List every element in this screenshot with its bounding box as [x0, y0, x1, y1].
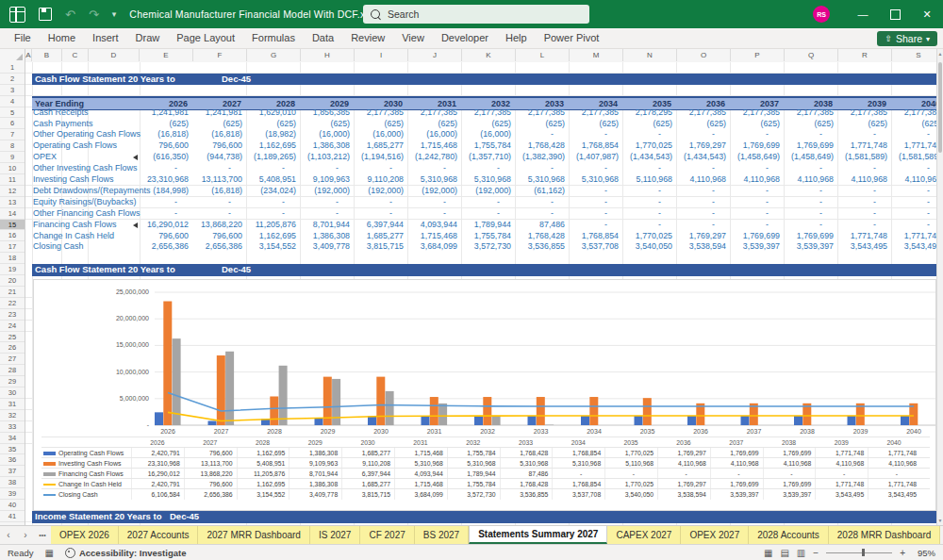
cell[interactable]: 1,685,277: [355, 231, 408, 242]
cell[interactable]: 2,177,385: [838, 107, 892, 119]
cell[interactable]: -: [838, 186, 892, 197]
cell[interactable]: 5,310,968: [462, 174, 516, 186]
cell[interactable]: (184,998): [140, 186, 193, 197]
column-letter-D[interactable]: D: [89, 49, 140, 61]
column-letter-F[interactable]: F: [193, 49, 247, 61]
column-letter-O[interactable]: O: [677, 49, 731, 61]
cell[interactable]: 8,701,944: [301, 220, 355, 231]
cell[interactable]: 3,538,594: [677, 241, 731, 253]
cell[interactable]: 3,539,397: [731, 241, 785, 253]
cell[interactable]: 23,310,968: [140, 174, 193, 186]
cell[interactable]: -: [570, 129, 623, 140]
cell[interactable]: (192,000): [355, 186, 408, 197]
cell[interactable]: -: [516, 163, 570, 174]
excel-app-icon[interactable]: [9, 7, 25, 23]
cell[interactable]: -: [785, 208, 838, 220]
scroll-up-icon[interactable]: ▲: [937, 51, 943, 57]
column-letter-J[interactable]: J: [408, 49, 462, 61]
column-letter-M[interactable]: M: [570, 49, 623, 61]
cell[interactable]: -: [570, 163, 623, 174]
row-number-10[interactable]: 10: [0, 163, 25, 174]
normal-view-icon[interactable]: ▦: [764, 548, 772, 558]
cell[interactable]: 1,162,695: [247, 140, 301, 152]
cell[interactable]: 1,241,981: [140, 107, 193, 119]
sheet-tab-bs-2027[interactable]: BS 2027: [415, 526, 469, 544]
cell[interactable]: (16,818): [140, 129, 193, 140]
cell[interactable]: 6,397,944: [355, 220, 408, 231]
cell[interactable]: 1,755,784: [462, 231, 516, 242]
cell[interactable]: -: [408, 208, 462, 220]
cell[interactable]: -: [462, 208, 516, 220]
cell[interactable]: 1,771,748: [838, 231, 892, 242]
cell[interactable]: -: [731, 186, 785, 197]
table-row[interactable]: Debt Drawdowns/(Repayments(184,998)(16,8…: [25, 186, 936, 197]
cell[interactable]: 87,486: [516, 220, 570, 231]
cell[interactable]: -: [677, 197, 731, 208]
ribbon-tab-formulas[interactable]: Formulas: [243, 28, 304, 48]
row-number-41[interactable]: 41: [0, 511, 25, 522]
cell[interactable]: (625): [785, 119, 838, 130]
row-number-11[interactable]: 11: [0, 174, 25, 186]
table-row[interactable]: Equity Raisings/(Buybacks)--------------…: [25, 197, 936, 208]
ribbon-tab-insert[interactable]: Insert: [84, 28, 127, 48]
table-row[interactable]: Investing Cash Flows23,310,96813,113,700…: [25, 174, 936, 186]
close-button[interactable]: ✕: [911, 0, 943, 28]
cashflow-chart[interactable]: 25,000,00020,000,00015,000,00010,000,000…: [33, 279, 936, 511]
column-letter-C[interactable]: C: [62, 49, 89, 61]
cell[interactable]: -: [892, 208, 936, 220]
row-number-38[interactable]: 38: [0, 477, 25, 488]
row-number-9[interactable]: 9: [0, 152, 25, 163]
cell[interactable]: 3,539,397: [785, 241, 838, 253]
ribbon-tab-data[interactable]: Data: [304, 28, 342, 48]
sheet-tab-cf-2027[interactable]: CF 2027: [360, 526, 414, 544]
section-header-income[interactable]: Income Statement 20 Years to Dec-45: [32, 511, 936, 523]
row-number-37[interactable]: 37: [0, 466, 25, 477]
sheet-tab-2028-mrr-dashboard[interactable]: 2028 MRR Dashboard: [829, 526, 941, 544]
cell[interactable]: 4,110,968: [731, 174, 785, 186]
cell[interactable]: 1,715,468: [408, 140, 462, 152]
row-number-26[interactable]: 26: [0, 343, 25, 354]
cell[interactable]: 3,543,495: [892, 241, 936, 253]
cell[interactable]: 13,868,220: [193, 220, 247, 231]
table-row[interactable]: Other Financing Cash Flows--------------…: [25, 208, 936, 220]
cell[interactable]: -: [892, 197, 936, 208]
cell[interactable]: -: [892, 129, 936, 140]
cell[interactable]: -: [140, 163, 193, 174]
cell[interactable]: -: [731, 129, 785, 140]
zoom-in-button[interactable]: +: [900, 548, 905, 558]
macro-record-icon[interactable]: ▦: [44, 548, 53, 558]
row-number-34[interactable]: 34: [0, 433, 25, 444]
cell[interactable]: -: [301, 163, 355, 174]
cell[interactable]: -: [731, 220, 785, 231]
cell[interactable]: (192,000): [462, 186, 516, 197]
cell[interactable]: (625): [301, 119, 355, 130]
column-letter-I[interactable]: I: [355, 49, 408, 61]
cell[interactable]: 1,162,695: [247, 231, 301, 242]
cell[interactable]: 796,600: [193, 231, 247, 242]
row-number-15[interactable]: 15: [0, 220, 25, 231]
cell[interactable]: (1,458,649): [785, 152, 838, 163]
cell[interactable]: 3,543,495: [838, 241, 892, 253]
row-number-1[interactable]: 1: [0, 62, 25, 74]
cell[interactable]: 3,540,050: [623, 241, 677, 253]
cell[interactable]: 1,769,297: [677, 140, 731, 152]
zoom-slider[interactable]: [826, 552, 892, 553]
ribbon-tab-draw[interactable]: Draw: [127, 28, 169, 48]
select-all-corner[interactable]: [0, 49, 25, 62]
table-row[interactable]: Cash Payments(625)(625)(625)(625)(625)(6…: [25, 119, 936, 130]
cell[interactable]: -: [355, 163, 408, 174]
cell[interactable]: 1,629,010: [247, 107, 301, 119]
ribbon-tab-developer[interactable]: Developer: [433, 28, 497, 48]
row-number-14[interactable]: 14: [0, 208, 25, 220]
cell[interactable]: 1,755,784: [462, 140, 516, 152]
row-number-30[interactable]: 30: [0, 387, 25, 399]
cell[interactable]: -: [570, 208, 623, 220]
cell[interactable]: 1,769,699: [731, 140, 785, 152]
cell[interactable]: -: [785, 129, 838, 140]
cell[interactable]: (1,194,516): [355, 152, 408, 163]
ribbon-tab-file[interactable]: File: [6, 28, 40, 48]
cell[interactable]: -: [838, 129, 892, 140]
cell[interactable]: 5,110,968: [623, 174, 677, 186]
table-row[interactable]: Change In Cash Held796,600796,6001,162,6…: [25, 231, 936, 242]
cell[interactable]: -: [355, 197, 408, 208]
